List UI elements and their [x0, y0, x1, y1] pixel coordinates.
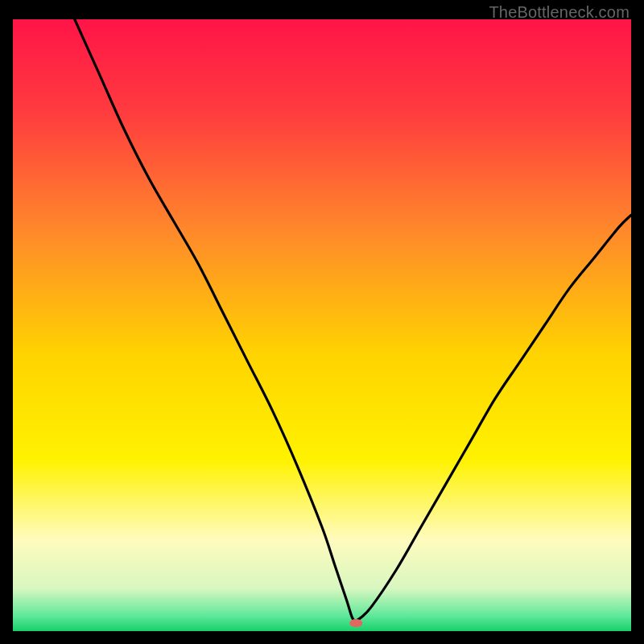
chart-frame: [13, 19, 631, 631]
bottleneck-chart: [13, 19, 631, 631]
minimum-marker: [349, 619, 362, 627]
chart-background: [13, 19, 631, 631]
